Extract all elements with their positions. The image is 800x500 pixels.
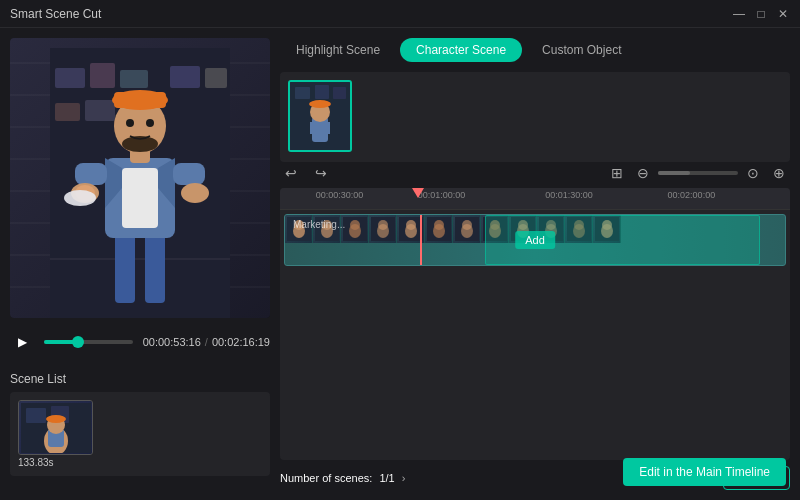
fit-icon[interactable]: ⊞ [606, 162, 628, 184]
zoom-control [658, 171, 738, 175]
svg-rect-1 [55, 68, 85, 88]
svg-point-41 [309, 100, 331, 108]
tab-character[interactable]: Character Scene [400, 38, 522, 62]
frame-svg-3 [343, 217, 367, 241]
scene-count-arrow: › [402, 472, 406, 484]
svg-point-58 [406, 220, 416, 230]
char-thumb-svg [290, 82, 350, 150]
app-title: Smart Scene Cut [10, 7, 101, 21]
timeline-ruler: 00:00:30:00 00:01:00:00 00:01:30:00 00:0… [280, 188, 790, 210]
toolbar-right: ⊞ ⊖ ⊙ ⊕ [606, 162, 790, 184]
svg-rect-16 [173, 163, 205, 185]
ruler-mark-2: 00:01:00:00 [418, 190, 466, 200]
timeline-container[interactable]: 00:00:30:00 00:01:00:00 00:01:30:00 00:0… [280, 188, 790, 460]
scene-list-container: 133.83s [10, 392, 270, 476]
tab-custom[interactable]: Custom Object [526, 38, 637, 62]
current-time: 00:00:53:16 [143, 336, 201, 348]
time-separator: / [205, 336, 208, 348]
zoom-out-icon[interactable]: ⊖ [632, 162, 654, 184]
scene-count-value: 1/1 [379, 472, 394, 484]
scene-list-section: Scene List [10, 366, 270, 476]
svg-rect-2 [90, 63, 115, 88]
svg-rect-38 [333, 87, 346, 99]
scene-tabs: Highlight Scene Character Scene Custom O… [280, 38, 790, 62]
frame-svg-5 [399, 217, 423, 241]
char-thumb-inner [290, 82, 350, 150]
zoom-track[interactable] [658, 171, 738, 175]
edit-main-timeline-button[interactable]: Edit in the Main Timeline [623, 458, 786, 486]
scene-thumb-content [19, 401, 92, 454]
undo-icon[interactable]: ↩ [280, 162, 302, 184]
timeline-tracks[interactable]: Marketing... Add [280, 210, 790, 270]
frame-4 [369, 215, 397, 243]
main-layout: ▶ 00:00:53:16 / 00:02:16:19 Scene List [0, 28, 800, 500]
svg-point-34 [46, 415, 66, 423]
right-panel: Highlight Scene Character Scene Custom O… [280, 28, 800, 500]
video-track: Marketing... Add [284, 214, 786, 266]
window-controls: — □ ✕ [732, 7, 790, 21]
svg-rect-37 [315, 85, 329, 99]
svg-rect-42 [310, 122, 314, 134]
svg-rect-8 [50, 258, 230, 260]
svg-rect-15 [75, 163, 107, 185]
scene-thumbnail [18, 400, 93, 455]
svg-rect-6 [55, 103, 80, 121]
person-illustration [50, 48, 230, 318]
scene-count: Number of scenes: 1/1 › [280, 472, 405, 484]
svg-rect-29 [26, 408, 46, 423]
svg-point-20 [64, 190, 96, 206]
redo-icon[interactable]: ↪ [310, 162, 332, 184]
left-panel: ▶ 00:00:53:16 / 00:02:16:19 Scene List [0, 28, 280, 500]
character-thumb-1[interactable] [288, 80, 352, 152]
scene-thumb-svg [21, 403, 91, 453]
playback-controls: ▶ 00:00:53:16 / 00:02:16:19 [10, 326, 270, 358]
progress-track[interactable] [44, 340, 133, 344]
svg-rect-9 [115, 233, 135, 303]
titlebar: Smart Scene Cut — □ ✕ [0, 0, 800, 28]
svg-rect-24 [114, 92, 166, 108]
svg-rect-5 [205, 68, 227, 88]
close-button[interactable]: ✕ [776, 7, 790, 21]
frame-6 [425, 215, 453, 243]
character-thumbnails [280, 72, 790, 162]
ruler-mark-1: 00:00:30:00 [316, 190, 364, 200]
tab-highlight[interactable]: Highlight Scene [280, 38, 396, 62]
maximize-button[interactable]: □ [754, 7, 768, 21]
dots-icon[interactable]: ⊙ [742, 162, 764, 184]
frame-svg-7 [455, 217, 479, 241]
total-time: 00:02:16:19 [212, 336, 270, 348]
track-add-button[interactable]: Add [515, 231, 555, 249]
timeline-toolbar: ↩ ↪ ⊞ ⊖ ⊙ ⊕ [280, 162, 790, 184]
video-preview [10, 38, 270, 318]
progress-thumb[interactable] [72, 336, 84, 348]
svg-point-52 [350, 220, 360, 230]
minimize-button[interactable]: — [732, 7, 746, 21]
zoom-in-icon[interactable]: ⊕ [768, 162, 790, 184]
svg-rect-4 [170, 66, 200, 88]
ruler-mark-3: 00:01:30:00 [545, 190, 593, 200]
zoom-fill [658, 171, 690, 175]
svg-point-64 [462, 220, 472, 230]
svg-point-27 [146, 119, 154, 127]
scene-list-title: Scene List [10, 372, 270, 386]
track-label: Marketing... [293, 219, 345, 230]
list-item[interactable]: 133.83s [18, 400, 93, 468]
svg-point-55 [378, 220, 388, 230]
timeline-playhead-ruler [412, 188, 424, 198]
track-playhead [420, 215, 422, 265]
video-content [10, 38, 270, 318]
frame-svg-6 [427, 217, 451, 241]
svg-rect-3 [120, 70, 148, 88]
svg-rect-43 [326, 122, 330, 134]
play-button[interactable]: ▶ [10, 330, 34, 354]
svg-point-61 [434, 220, 444, 230]
svg-point-26 [126, 119, 134, 127]
scene-count-label: Number of scenes: [280, 472, 372, 484]
frame-svg-4 [371, 217, 395, 241]
svg-point-19 [181, 183, 209, 203]
svg-rect-12 [122, 168, 158, 228]
frame-7 [453, 215, 481, 243]
svg-rect-36 [295, 87, 310, 99]
ruler-mark-4: 00:02:00:00 [668, 190, 716, 200]
svg-rect-10 [145, 233, 165, 303]
